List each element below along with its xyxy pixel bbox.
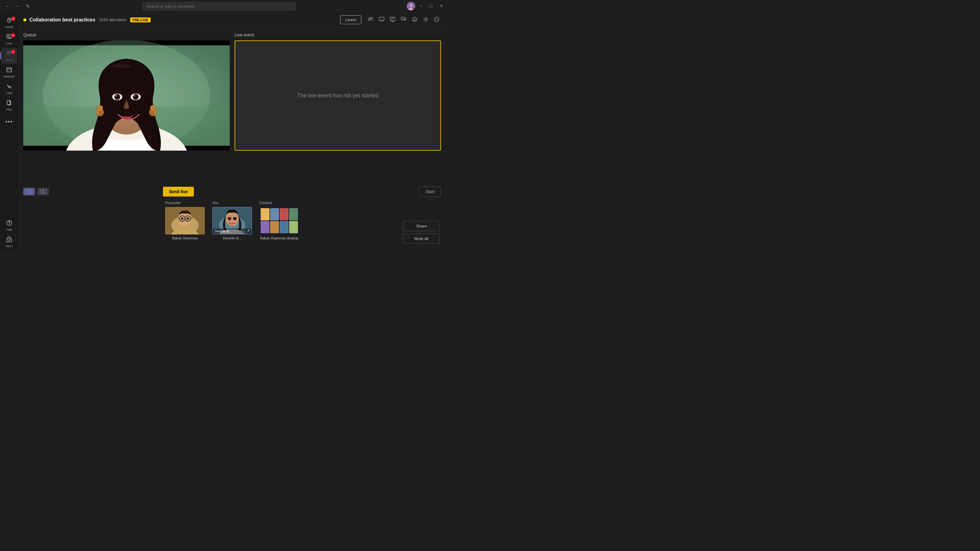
you-card[interactable]: Danielle B... 🎥 🎤	[212, 207, 252, 235]
close-button[interactable]: ×	[437, 0, 446, 12]
sidebar-item-chat[interactable]: Chat 1	[1, 31, 17, 47]
search-bar	[142, 2, 296, 10]
store-icon	[6, 236, 12, 244]
search-input[interactable]	[142, 2, 296, 10]
react-icon[interactable]	[410, 15, 419, 25]
topbar-icons	[366, 15, 441, 25]
view-split-button[interactable]	[37, 188, 49, 195]
mute-all-button[interactable]: Mute all	[403, 233, 440, 244]
compose-button[interactable]: ✎	[24, 2, 32, 10]
svg-point-7	[7, 51, 9, 53]
sidebar-item-calls[interactable]: Calls	[1, 81, 17, 97]
content-group: Content Babak Shammas desktop	[259, 201, 299, 240]
svg-point-19	[369, 17, 371, 19]
teams-badge: 1	[11, 49, 15, 54]
help-icon	[6, 220, 12, 227]
live-section: Live event The live event has not yet st…	[235, 32, 441, 178]
maximize-button[interactable]: □	[426, 0, 436, 12]
svg-point-3	[9, 20, 10, 21]
participants-icon[interactable]	[366, 15, 375, 25]
store-label: Store	[6, 245, 13, 248]
svg-point-51	[96, 108, 104, 116]
svg-point-70	[228, 217, 231, 220]
svg-rect-21	[379, 17, 384, 21]
help-label: Help	[6, 228, 12, 231]
content-card[interactable]	[259, 207, 299, 235]
sidebar: Activity 2 Chat 1	[0, 12, 18, 250]
send-live-button[interactable]: Send live	[163, 187, 194, 197]
svg-point-30	[415, 18, 416, 19]
presenter-label: Presenter	[165, 201, 205, 205]
sidebar-item-more[interactable]: •••	[1, 114, 17, 130]
svg-point-33	[436, 19, 436, 20]
sidebar-item-store[interactable]: Store	[1, 234, 17, 250]
share-button[interactable]: Share	[403, 221, 440, 231]
chat-label: Chat	[6, 42, 12, 45]
view-single-button[interactable]	[23, 188, 35, 195]
attendees-count: 3333 attendees	[99, 17, 126, 22]
video-icon: 🎥	[241, 230, 245, 233]
content-area: Collaboration best practices 3333 attend…	[18, 12, 446, 250]
titlebar: ← → ✎ − □ ×	[0, 0, 446, 12]
presenter-preview	[165, 207, 205, 235]
you-group: You	[212, 201, 252, 240]
activity-label: Activity	[5, 25, 14, 29]
svg-point-27	[403, 18, 404, 19]
files-label: Files	[6, 108, 12, 111]
sidebar-item-help[interactable]: Help	[1, 218, 17, 233]
live-event-title: Live event	[235, 32, 441, 37]
avatar[interactable]	[407, 2, 415, 10]
controls-row: Send live Start	[18, 183, 446, 201]
calls-icon	[6, 83, 12, 91]
svg-point-53	[149, 108, 157, 116]
sidebar-item-files[interactable]: Files	[1, 97, 17, 113]
participants-row: Presenter	[18, 201, 446, 250]
svg-point-65	[181, 218, 183, 220]
svg-rect-55	[40, 190, 43, 194]
svg-point-26	[402, 18, 403, 19]
chat-badge: 1	[11, 33, 15, 37]
more-options-icon[interactable]	[433, 15, 441, 25]
start-button[interactable]: Start	[419, 186, 441, 197]
you-name: Danielle B...	[212, 236, 252, 240]
svg-point-66	[186, 218, 189, 220]
calls-label: Calls	[6, 92, 12, 95]
qa-icon[interactable]	[399, 15, 408, 25]
you-label: You	[212, 201, 252, 205]
svg-point-45	[115, 95, 117, 97]
topbar: Collaboration best practices 3333 attend…	[18, 12, 446, 27]
leave-button[interactable]: Leave	[340, 15, 361, 24]
sidebar-item-meetings[interactable]: Meetings	[1, 64, 17, 80]
activity-badge: 2	[11, 16, 15, 21]
meetings-icon	[6, 67, 12, 75]
pre-live-badge: PRE-LIVE	[130, 17, 151, 22]
svg-rect-9	[7, 68, 12, 72]
svg-point-35	[438, 19, 438, 20]
event-indicator	[23, 18, 26, 21]
chat-panel-icon[interactable]	[377, 15, 386, 25]
svg-point-71	[233, 217, 237, 220]
you-icons: 🎥 🎤	[241, 230, 250, 233]
forward-button[interactable]: →	[13, 2, 21, 10]
avatar-status-dot	[413, 8, 415, 10]
app-body: Activity 2 Chat 1	[0, 12, 446, 250]
content-label: Content	[259, 201, 299, 205]
content-preview	[259, 207, 299, 235]
settings-icon[interactable]	[422, 15, 430, 25]
minimize-button[interactable]: −	[417, 0, 425, 12]
queue-video	[23, 40, 230, 151]
meetings-label: Meetings	[4, 75, 15, 78]
svg-point-20	[371, 17, 373, 19]
back-button[interactable]: ←	[3, 2, 12, 10]
event-title: Collaboration best practices	[29, 17, 95, 23]
sidebar-item-teams[interactable]: Teams 1	[1, 48, 17, 64]
queue-title: Queue	[23, 32, 230, 37]
live-video-frame: The live event has not yet started	[235, 40, 441, 151]
sidebar-item-activity[interactable]: Activity 2	[1, 15, 17, 30]
whiteboard-icon[interactable]	[388, 15, 397, 25]
titlebar-right: − □ ×	[407, 0, 446, 12]
presenter-card[interactable]	[165, 207, 205, 235]
svg-rect-54	[26, 190, 32, 194]
bottom-right-buttons: Share Mute all	[403, 221, 440, 244]
person-preview	[23, 40, 230, 151]
